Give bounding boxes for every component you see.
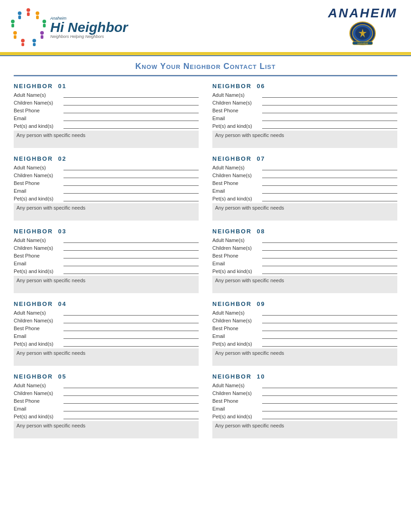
field-line-adult-06[interactable] bbox=[262, 91, 397, 98]
field-line-email-09[interactable] bbox=[262, 332, 397, 339]
field-label-pets-09: Pet(s) and kind(s) bbox=[212, 341, 260, 347]
hi-neighbor-subtext: Neighbors Helping Neighbors bbox=[50, 34, 128, 39]
field-line-adult-08[interactable] bbox=[262, 237, 397, 243]
field-row-pets-05: Pet(s) and kind(s) bbox=[14, 413, 199, 419]
field-line-phone-01[interactable] bbox=[63, 107, 199, 113]
field-label-phone-02: Best Phone bbox=[14, 180, 62, 186]
content-area: NEIGHBOR 01 Adult Name(s) Children Name(… bbox=[0, 76, 411, 448]
field-row-children-05: Children Name(s) bbox=[14, 390, 199, 396]
field-label-email-05: Email bbox=[14, 406, 62, 411]
field-line-phone-02[interactable] bbox=[63, 179, 199, 186]
neighbor-block-05: NEIGHBOR 05 Adult Name(s) Children Name(… bbox=[14, 371, 199, 438]
field-line-children-05[interactable] bbox=[63, 390, 199, 396]
anaheim-logo-text: ANAHEIM bbox=[328, 7, 397, 20]
field-line-children-09[interactable] bbox=[262, 317, 397, 323]
field-line-adult-07[interactable] bbox=[262, 164, 397, 170]
field-line-adult-02[interactable] bbox=[63, 164, 199, 170]
field-row-children-09: Children Name(s) bbox=[212, 317, 397, 323]
field-line-children-04[interactable] bbox=[63, 317, 199, 323]
field-row-pets-03: Pet(s) and kind(s) bbox=[14, 268, 199, 274]
field-line-email-06[interactable] bbox=[262, 115, 397, 121]
svg-point-3 bbox=[36, 11, 39, 15]
field-line-pets-02[interactable] bbox=[63, 195, 199, 201]
field-line-children-07[interactable] bbox=[262, 172, 397, 178]
field-row-email-09: Email bbox=[212, 332, 397, 339]
svg-rect-6 bbox=[43, 24, 46, 27]
field-label-adult-08: Adult Name(s) bbox=[212, 237, 260, 243]
field-line-phone-08[interactable] bbox=[262, 252, 397, 258]
field-row-adult-09: Adult Name(s) bbox=[212, 309, 397, 316]
field-label-phone-08: Best Phone bbox=[212, 253, 260, 258]
field-label-email-01: Email bbox=[14, 116, 62, 121]
field-line-adult-01[interactable] bbox=[63, 91, 199, 98]
field-line-adult-03[interactable] bbox=[63, 237, 199, 243]
field-line-email-05[interactable] bbox=[63, 405, 199, 411]
field-line-pets-09[interactable] bbox=[262, 340, 397, 347]
field-line-adult-10[interactable] bbox=[262, 382, 397, 388]
field-row-children-10: Children Name(s) bbox=[212, 390, 397, 396]
field-line-pets-03[interactable] bbox=[63, 268, 199, 274]
field-line-phone-09[interactable] bbox=[262, 325, 397, 331]
field-label-phone-05: Best Phone bbox=[14, 398, 62, 404]
field-line-children-06[interactable] bbox=[262, 99, 397, 105]
field-row-adult-01: Adult Name(s) bbox=[14, 91, 199, 98]
field-label-email-03: Email bbox=[14, 261, 62, 266]
anaheim-logo: ANAHEIM ANAHEIM bbox=[328, 7, 397, 47]
field-line-email-02[interactable] bbox=[63, 187, 199, 194]
field-line-pets-07[interactable] bbox=[262, 195, 397, 201]
neighbor-title-08: NEIGHBOR 08 bbox=[212, 226, 397, 235]
field-line-phone-10[interactable] bbox=[262, 397, 397, 404]
field-label-adult-09: Adult Name(s) bbox=[212, 310, 260, 316]
field-label-email-07: Email bbox=[212, 188, 260, 194]
field-row-email-10: Email bbox=[212, 405, 397, 411]
field-line-pets-10[interactable] bbox=[262, 413, 397, 419]
field-label-pets-08: Pet(s) and kind(s) bbox=[212, 269, 260, 274]
field-label-pets-06: Pet(s) and kind(s) bbox=[212, 123, 260, 129]
svg-point-9 bbox=[32, 39, 36, 42]
field-line-email-08[interactable] bbox=[262, 260, 397, 266]
field-line-email-01[interactable] bbox=[63, 115, 199, 121]
field-line-phone-04[interactable] bbox=[63, 325, 199, 331]
field-line-children-08[interactable] bbox=[262, 244, 397, 251]
field-row-pets-06: Pet(s) and kind(s) bbox=[212, 122, 397, 129]
needs-box-10: Any person with specific needs bbox=[212, 421, 397, 438]
field-line-pets-06[interactable] bbox=[262, 122, 397, 129]
field-line-children-10[interactable] bbox=[262, 390, 397, 396]
field-line-phone-05[interactable] bbox=[63, 397, 199, 404]
field-line-children-02[interactable] bbox=[63, 172, 199, 178]
field-line-adult-09[interactable] bbox=[262, 309, 397, 316]
field-line-pets-04[interactable] bbox=[63, 340, 199, 347]
field-line-email-04[interactable] bbox=[63, 332, 199, 339]
field-label-children-03: Children Name(s) bbox=[14, 245, 62, 251]
field-line-phone-03[interactable] bbox=[63, 252, 199, 258]
field-line-adult-04[interactable] bbox=[63, 309, 199, 316]
field-label-phone-01: Best Phone bbox=[14, 108, 62, 113]
svg-rect-8 bbox=[41, 35, 43, 39]
needs-box-09: Any person with specific needs bbox=[212, 348, 397, 366]
field-line-pets-01[interactable] bbox=[63, 122, 199, 129]
field-label-children-10: Children Name(s) bbox=[212, 390, 260, 396]
neighbor-title-04: NEIGHBOR 04 bbox=[14, 299, 199, 307]
field-label-pets-03: Pet(s) and kind(s) bbox=[14, 269, 62, 274]
field-line-email-07[interactable] bbox=[262, 187, 397, 194]
neighbor-block-08: NEIGHBOR 08 Adult Name(s) Children Name(… bbox=[212, 226, 397, 293]
field-line-email-03[interactable] bbox=[63, 260, 199, 266]
neighbor-block-02: NEIGHBOR 02 Adult Name(s) Children Name(… bbox=[14, 153, 199, 221]
field-line-email-10[interactable] bbox=[262, 405, 397, 411]
field-row-phone-03: Best Phone bbox=[14, 252, 199, 258]
field-row-phone-04: Best Phone bbox=[14, 325, 199, 331]
field-label-children-06: Children Name(s) bbox=[212, 100, 260, 105]
hi-neighbor-main-text: Hi Neighbor bbox=[50, 21, 128, 34]
field-row-adult-03: Adult Name(s) bbox=[14, 237, 199, 243]
field-line-children-03[interactable] bbox=[63, 244, 199, 251]
field-line-phone-07[interactable] bbox=[262, 179, 397, 186]
field-line-pets-05[interactable] bbox=[63, 413, 199, 419]
field-row-adult-04: Adult Name(s) bbox=[14, 309, 199, 316]
svg-rect-2 bbox=[27, 12, 30, 16]
field-row-children-07: Children Name(s) bbox=[212, 172, 397, 178]
field-line-phone-06[interactable] bbox=[262, 107, 397, 113]
neighbor-block-03: NEIGHBOR 03 Adult Name(s) Children Name(… bbox=[14, 226, 199, 293]
field-line-adult-05[interactable] bbox=[63, 382, 199, 388]
field-line-children-01[interactable] bbox=[63, 99, 199, 105]
field-line-pets-08[interactable] bbox=[262, 268, 397, 274]
